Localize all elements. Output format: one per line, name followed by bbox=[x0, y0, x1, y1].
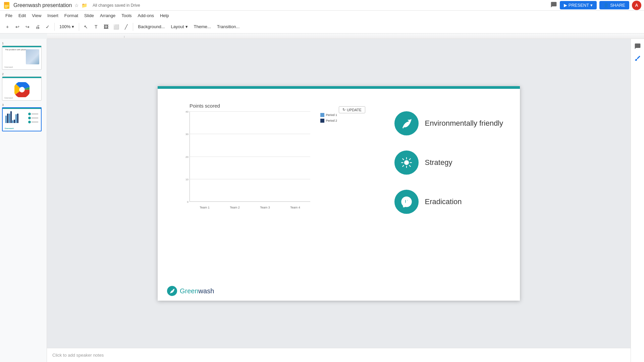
tb-undo[interactable]: ↩ bbox=[13, 22, 22, 32]
chart-title: Points scored bbox=[190, 103, 351, 109]
slide-footer: Greenwash bbox=[167, 286, 214, 296]
menubar: File Edit View Insert Format Slide Arran… bbox=[0, 11, 644, 20]
theme-button[interactable]: Theme... bbox=[191, 23, 214, 30]
doc-star[interactable]: ☆ bbox=[74, 3, 79, 8]
menu-edit[interactable]: Edit bbox=[16, 12, 29, 19]
tb-text[interactable]: T bbox=[91, 22, 101, 32]
slide-thumbnail-2[interactable]: 2 Greenwash bbox=[2, 72, 45, 101]
layout-chevron: ▾ bbox=[185, 24, 188, 29]
user-avatar[interactable]: A bbox=[632, 1, 641, 10]
feature-item-eradication: Eradication bbox=[394, 190, 503, 214]
footer-brand: Greenwash bbox=[180, 287, 214, 295]
brand-part1: Green bbox=[180, 287, 199, 295]
menu-slide[interactable]: Slide bbox=[82, 12, 97, 19]
svg-rect-3 bbox=[5, 6, 9, 7]
eradication-label: Eradication bbox=[425, 197, 462, 206]
transition-button[interactable]: Transition... bbox=[214, 23, 242, 30]
slide-thumbnail-3[interactable]: 3 bbox=[2, 103, 45, 131]
zoom-chevron: ▾ bbox=[72, 24, 74, 29]
feature-item-env: Environmentally friendly bbox=[394, 111, 503, 135]
menu-insert[interactable]: Insert bbox=[45, 12, 61, 19]
toolbar: + ↩ ↪ 🖨 ✓ 100% ▾ ↖ T 🖼 ⬜ ╱ Background...… bbox=[0, 20, 644, 34]
notes-bar[interactable]: Click to add speaker notes bbox=[47, 348, 631, 362]
x-label-team3: Team 3 bbox=[250, 206, 280, 209]
slide-top-bar bbox=[158, 86, 520, 89]
features-container: Environmentally friendly Strategy bbox=[394, 111, 503, 214]
menu-file[interactable]: File bbox=[3, 12, 15, 19]
svg-rect-2 bbox=[5, 5, 9, 6]
comment-icon[interactable] bbox=[550, 1, 557, 9]
svg-rect-1 bbox=[4, 2, 7, 5]
slide: ↻ UPDATE Points scored 40 bbox=[158, 86, 520, 301]
slide-num-3: 3 bbox=[2, 103, 45, 107]
strategy-label: Strategy bbox=[425, 158, 452, 167]
slide-container[interactable]: ↻ UPDATE Points scored 40 bbox=[47, 39, 631, 348]
legend-period2: Period 2 bbox=[320, 119, 337, 123]
slide-thumbnail-1[interactable]: 1 The problem with plastic Greenwash bbox=[2, 42, 45, 70]
menu-arrange[interactable]: Arrange bbox=[97, 12, 118, 19]
legend-period1: Period 1 bbox=[320, 113, 337, 117]
document-title[interactable]: Greenwash presentation bbox=[13, 2, 72, 8]
tb-spell[interactable]: ✓ bbox=[43, 22, 52, 32]
env-friendly-label: Environmentally friendly bbox=[425, 119, 503, 128]
notes-placeholder: Click to add speaker notes bbox=[52, 353, 104, 358]
footer-logo-icon bbox=[167, 286, 177, 296]
doc-folder[interactable]: 📁 bbox=[82, 3, 87, 8]
svg-rect-4 bbox=[5, 7, 7, 8]
saved-status: All changes saved in Drive bbox=[93, 3, 140, 8]
brand-part2: wash bbox=[199, 287, 214, 295]
main-area: 1 The problem with plastic Greenwash 2 bbox=[0, 39, 644, 362]
canvas-area: ↻ UPDATE Points scored 40 bbox=[47, 39, 631, 362]
x-label-team1: Team 1 bbox=[190, 206, 220, 209]
share-button[interactable]: 👤 SHARE bbox=[599, 1, 629, 9]
strategy-icon-circle bbox=[394, 150, 419, 175]
slide-num-2: 2 bbox=[2, 72, 45, 76]
ruler-top bbox=[47, 34, 644, 39]
present-icon: ▶ bbox=[564, 3, 567, 8]
present-button[interactable]: ▶ PRESENT ▾ bbox=[560, 1, 597, 9]
layout-button[interactable]: Layout ▾ bbox=[168, 23, 190, 30]
topbar: Greenwash presentation ☆ 📁 All changes s… bbox=[0, 0, 644, 11]
menu-format[interactable]: Format bbox=[62, 12, 81, 19]
tb-print[interactable]: 🖨 bbox=[33, 22, 42, 32]
slide-num-1: 1 bbox=[2, 42, 45, 45]
tb-image[interactable]: 🖼 bbox=[101, 22, 111, 32]
menu-tools[interactable]: Tools bbox=[119, 12, 134, 19]
tb-line[interactable]: ╱ bbox=[121, 22, 131, 32]
menu-addons[interactable]: Add-ons bbox=[135, 12, 157, 19]
feature-item-strategy: Strategy bbox=[394, 150, 503, 175]
tb-shape[interactable]: ⬜ bbox=[111, 22, 121, 32]
tb-redo[interactable]: ↪ bbox=[23, 22, 32, 32]
chart-container: Points scored 40 30 bbox=[176, 103, 351, 224]
present-chevron: ▾ bbox=[590, 3, 593, 8]
menu-help[interactable]: Help bbox=[157, 12, 172, 19]
tb-cursor[interactable]: ↖ bbox=[81, 22, 91, 32]
background-button[interactable]: Background... bbox=[135, 23, 167, 30]
sidebar-paint-icon[interactable] bbox=[633, 54, 642, 63]
tb-new-slide[interactable]: + bbox=[3, 22, 12, 32]
slide-panel: 1 The problem with plastic Greenwash 2 bbox=[0, 39, 47, 362]
right-sidebar bbox=[631, 39, 644, 362]
env-icon-circle bbox=[394, 111, 419, 135]
x-label-team4: Team 4 bbox=[280, 206, 310, 209]
menu-view[interactable]: View bbox=[29, 12, 44, 19]
app-icon bbox=[3, 1, 11, 9]
sidebar-comments-icon[interactable] bbox=[633, 42, 642, 51]
x-label-team2: Team 2 bbox=[220, 206, 250, 209]
share-person-icon: 👤 bbox=[603, 3, 609, 8]
tb-zoom[interactable]: 100% ▾ bbox=[57, 23, 77, 30]
eradication-icon-circle bbox=[394, 190, 419, 214]
